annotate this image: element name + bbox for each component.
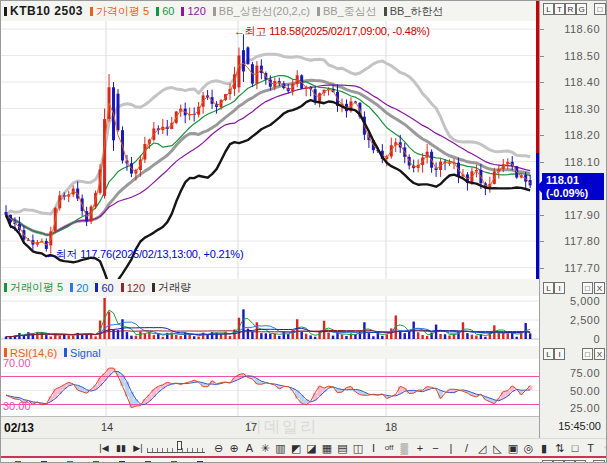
bottom-panel-sliver: LIRG□: [1, 456, 607, 463]
legend-item[interactable]: 60: [156, 5, 174, 17]
skip-end-icon[interactable]: ▶|: [130, 440, 146, 456]
current-price-change: (-0.09%): [546, 187, 604, 200]
bar-tool-icon[interactable]: ▮: [537, 440, 552, 456]
zoom-out-icon[interactable]: ⊖: [211, 440, 226, 456]
volume-axis-label: 2,500: [550, 314, 600, 326]
trendline-icon[interactable]: /: [459, 440, 474, 456]
panel-button-□[interactable]: □: [582, 348, 593, 360]
grid-view-icon[interactable]: ▦: [320, 440, 335, 456]
zoom-in-icon[interactable]: ⊕: [227, 440, 242, 456]
legend-marker: [213, 7, 216, 16]
panel-button-x[interactable]: X: [594, 282, 605, 294]
style-a-icon[interactable]: ◩: [289, 440, 304, 456]
legend-item[interactable]: BB_중심선: [317, 4, 377, 19]
pause-icon[interactable]: ▮▮: [113, 440, 129, 456]
rsi-chart[interactable]: [1, 359, 539, 416]
legend-item[interactable]: 120: [121, 282, 145, 294]
price-chart[interactable]: [1, 21, 539, 279]
skip-start-icon[interactable]: |◀: [96, 440, 112, 456]
toolbar: |◀▮▮▶|⊖⊕A✳▥◩◪▦▤◫Ioff▒+−|/◿◺▣◎▮⇅□T◔: [1, 438, 607, 456]
legend-label: 120: [127, 282, 145, 294]
price-axis-label: 118.10: [550, 156, 600, 168]
sort-arrows-icon[interactable]: ⇅: [552, 440, 567, 456]
legend-item[interactable]: 60: [95, 282, 113, 294]
volume-axis-label: 5,000: [550, 295, 600, 307]
axis-tick: [540, 162, 544, 163]
legend-marker: [4, 348, 7, 357]
axis-tick: [540, 215, 544, 216]
legend-item[interactable]: 120: [181, 5, 205, 17]
legend-label: 60: [101, 282, 113, 294]
price-axis-label: 118.30: [550, 103, 600, 115]
fullscreen-icon[interactable]: □: [568, 440, 583, 456]
legend-marker: [384, 7, 387, 16]
panel-button-l[interactable]: L: [543, 348, 554, 360]
font-tool-icon[interactable]: A: [242, 440, 257, 456]
price-axis-label: 118.60: [550, 23, 600, 35]
price-axis-label: 117.70: [550, 262, 600, 274]
horizontal-line-icon[interactable]: −: [428, 440, 443, 456]
panel-button-x[interactable]: X: [594, 348, 605, 360]
main-legend-bar: KTB10 2503가격이평 560120BB_상한선(20,2,c)BB_중심…: [1, 1, 539, 21]
time-axis-label: 02/13: [4, 421, 34, 435]
legend-marker: [70, 283, 73, 292]
legend-item[interactable]: 가격이평 5: [90, 4, 149, 19]
rsi-axis-label: 25.00: [550, 402, 600, 414]
legend-label: 거래이평 5: [10, 280, 63, 295]
rsi-axis-label: 75.00: [550, 367, 600, 379]
clock-icon[interactable]: ◔: [599, 440, 607, 456]
panel-button-□[interactable]: □: [582, 282, 593, 294]
zoom-slider-knob[interactable]: [177, 441, 182, 450]
text-insert-icon[interactable]: T: [583, 440, 598, 456]
list-view-icon[interactable]: ▤: [335, 440, 350, 456]
style-b-icon[interactable]: ◪: [304, 440, 319, 456]
price-axis[interactable]: 118.01 (-0.09%) 118.60118.50118.40118.30…: [539, 1, 607, 438]
zoom-slider[interactable]: [147, 443, 205, 453]
settings-icon[interactable]: ✳: [258, 440, 273, 456]
triangle-b-icon[interactable]: ◺: [490, 440, 505, 456]
vertical-line-icon[interactable]: |: [444, 440, 459, 456]
maximize-button[interactable]: □: [594, 3, 606, 15]
axis-tick: [540, 56, 544, 57]
current-price-value: 118.01: [546, 174, 604, 187]
volume-legend-bar: 거래이평 52060120거래량: [1, 279, 539, 296]
legend-item[interactable]: 20: [70, 282, 88, 294]
axis-tick: [540, 29, 544, 30]
legend-marker: [95, 283, 98, 292]
panel-box-icon[interactable]: ▣: [506, 440, 521, 456]
volume-chart[interactable]: [1, 296, 539, 346]
axis-divider-blue: [536, 153, 539, 279]
price-axis-label: 117.90: [550, 209, 600, 221]
panel-button-l[interactable]: L: [543, 3, 554, 15]
current-price-tag: 118.01 (-0.09%): [542, 173, 604, 200]
price-axis-label: 118.40: [550, 76, 600, 88]
panel-button-l[interactable]: L: [543, 282, 554, 294]
legend-label: 20: [76, 282, 88, 294]
split-view-icon[interactable]: ◫: [351, 440, 366, 456]
crosshair-icon[interactable]: +: [413, 440, 428, 456]
time-axis-label: 14: [101, 421, 113, 433]
legend-item[interactable]: 거래이평 5: [4, 280, 63, 295]
legend-item[interactable]: BB_상한선(20,2,c): [213, 4, 310, 19]
legend-label: 거래량: [158, 280, 191, 295]
scale-tool-icon[interactable]: I: [366, 440, 381, 456]
rsi-overbought-label: 70.00: [3, 357, 31, 369]
rsi-axis-label: 50.00: [550, 385, 600, 397]
legend-marker: [4, 283, 7, 292]
off-toggle[interactable]: off: [382, 440, 397, 456]
chart-type-icon[interactable]: ▥: [273, 440, 288, 456]
panel-button-i[interactable]: I: [554, 348, 565, 360]
legend-marker: [156, 7, 159, 16]
legend-item[interactable]: Signal: [64, 347, 101, 359]
legend-item[interactable]: BB_하한선: [384, 4, 444, 19]
magnifier-icon[interactable]: ◎: [521, 440, 536, 456]
panel-button-i[interactable]: I: [554, 282, 565, 294]
legend-label: BB_하한선: [390, 4, 444, 19]
panel-button-r[interactable]: R: [565, 3, 576, 15]
panel-button-g[interactable]: G: [576, 3, 587, 15]
rsi-legend-bar: RSI(14,6)Signal: [1, 346, 539, 359]
panel-button-t[interactable]: T: [554, 3, 565, 15]
triangle-a-icon[interactable]: ◿: [475, 440, 490, 456]
pattern-fill-icon[interactable]: ▒: [397, 440, 412, 456]
legend-item[interactable]: 거래량: [152, 280, 191, 295]
